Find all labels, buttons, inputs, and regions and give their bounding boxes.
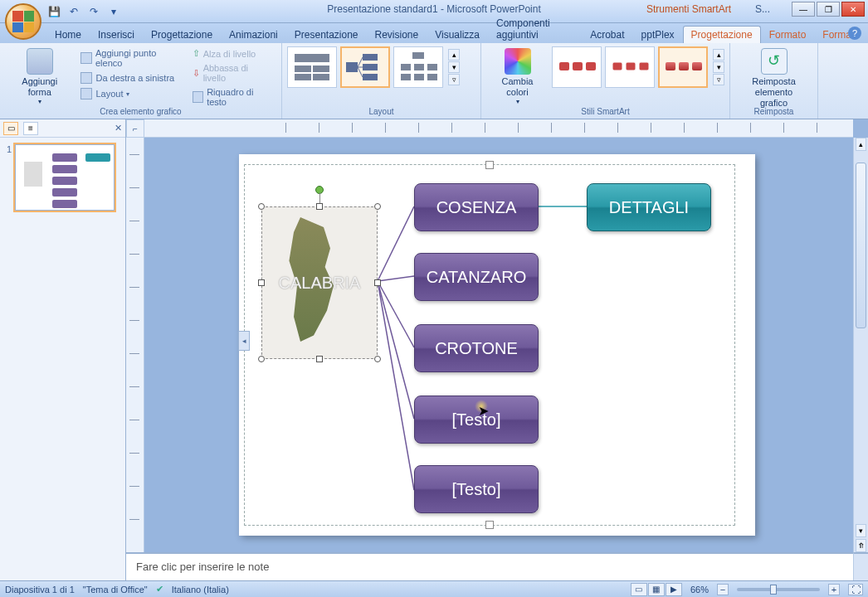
style-down-icon[interactable]: ▾ <box>713 61 724 73</box>
tab-smartart-formato[interactable]: Formato <box>761 26 815 43</box>
layout3-icon <box>397 51 439 84</box>
smartart-container[interactable]: ◂ <box>244 164 735 526</box>
prev-slide-icon[interactable]: ⤊ <box>856 539 866 552</box>
vertical-scrollbar[interactable]: ▴ ▾ ⤊ ⤋ <box>853 138 868 580</box>
resize-handle[interactable] <box>258 203 265 210</box>
layout-button[interactable]: Layout▾ <box>77 86 185 101</box>
smartart-child-catanzaro[interactable]: CATANZARO <box>414 253 539 301</box>
qat-more-icon[interactable]: ▾ <box>106 4 121 19</box>
maximize-button[interactable]: ❐ <box>817 2 840 17</box>
style-more-icon[interactable]: ▿ <box>713 74 724 85</box>
layout-up-icon[interactable]: ▴ <box>448 49 460 61</box>
slideshow-view-button[interactable]: ▶ <box>666 583 682 596</box>
minimize-button[interactable]: — <box>792 2 815 17</box>
thumbnail-image[interactable] <box>15 144 115 211</box>
tab-presentazione[interactable]: Presentazione <box>286 26 367 43</box>
resize-handle[interactable] <box>374 203 381 210</box>
zoom-slider[interactable] <box>737 588 820 591</box>
root-label[interactable]: CALABRIA <box>279 274 361 293</box>
layout-down-icon[interactable]: ▾ <box>448 61 460 73</box>
layout-option-2[interactable] <box>340 46 390 88</box>
tab-visualizza[interactable]: Visualizza <box>427 26 488 43</box>
save-icon[interactable]: 💾 <box>46 4 61 19</box>
layout-option-3[interactable] <box>393 46 443 88</box>
scroll-up-icon[interactable]: ▴ <box>856 138 866 151</box>
style-option-3[interactable] <box>658 46 708 88</box>
outline-tab[interactable]: ≡ <box>23 122 38 135</box>
office-button[interactable] <box>5 3 41 40</box>
truncated-label: S... <box>755 3 770 15</box>
tab-home[interactable]: Home <box>46 26 90 43</box>
smartart-child-crotone[interactable]: CROTONE <box>414 324 539 372</box>
tab-inserisci[interactable]: Inserisci <box>90 26 143 43</box>
svg-rect-8 <box>363 74 378 80</box>
fit-window-button[interactable]: ⛶ <box>848 584 863 595</box>
reset-label: Reimposta elemento grafico <box>740 76 807 109</box>
resize-handle[interactable] <box>258 279 265 286</box>
smartart-child-cosenza[interactable]: COSENZA <box>414 183 539 231</box>
tab-smartart-progettazione[interactable]: Progettazione <box>683 26 761 43</box>
slide-canvas[interactable]: ◂ <box>239 154 755 536</box>
resize-handle[interactable] <box>316 203 323 210</box>
text-pane-toggle[interactable]: ◂ <box>238 331 250 351</box>
svg-rect-3 <box>295 74 311 80</box>
svg-rect-17 <box>414 74 424 80</box>
tab-animazioni[interactable]: Animazioni <box>221 26 286 43</box>
notes-scrollbar[interactable] <box>853 552 868 580</box>
close-button[interactable]: ✕ <box>841 2 865 17</box>
rtl-button[interactable]: Da destra a sinistra <box>77 70 185 85</box>
resize-handle[interactable] <box>374 279 381 286</box>
smartart-child-testo-1[interactable]: [Testo] <box>414 396 539 444</box>
change-colors-button[interactable]: Cambia colori ▾ <box>486 46 549 108</box>
notes-pane[interactable]: Fare clic per inserire le note <box>126 552 853 580</box>
smartart-child-testo-2[interactable]: [Testo] <box>414 465 539 513</box>
add-bullet-button[interactable]: Aggiungi punto elenco <box>77 46 185 70</box>
undo-icon[interactable]: ↶ <box>66 4 81 19</box>
redo-icon[interactable]: ↷ <box>86 4 101 19</box>
scroll-down-icon[interactable]: ▾ <box>856 524 866 537</box>
resize-handle[interactable] <box>258 356 265 362</box>
tab-acrobat[interactable]: Acrobat <box>582 26 632 43</box>
svg-rect-12 <box>412 52 424 59</box>
style-up-icon[interactable]: ▴ <box>713 49 724 61</box>
reset-button[interactable]: ↺ Reimposta elemento grafico <box>735 46 812 111</box>
promote-button[interactable]: ⇧Alza di livello <box>189 46 276 61</box>
zoom-in-button[interactable]: + <box>828 584 840 595</box>
smartart-root-node[interactable]: CALABRIA <box>261 206 378 359</box>
tab-revisione[interactable]: Revisione <box>367 26 427 43</box>
slide-panel: ▭ ≡ ✕ 1 <box>0 119 126 580</box>
text-pane-icon <box>193 91 204 103</box>
zoom-out-button[interactable]: − <box>717 584 729 595</box>
add-shape-button[interactable]: Aggiungi forma ▾ <box>5 46 74 108</box>
language-label[interactable]: Italiano (Italia) <box>172 585 229 595</box>
vertical-ruler[interactable] <box>126 138 144 580</box>
help-icon[interactable]: ? <box>848 27 861 40</box>
tab-progettazione[interactable]: Progettazione <box>143 26 221 43</box>
panel-close-icon[interactable]: ✕ <box>115 123 122 133</box>
sorter-view-button[interactable]: ▦ <box>648 583 665 596</box>
scrollbar-thumb[interactable] <box>856 163 866 328</box>
smartart-detail-node[interactable]: DETTAGLI <box>587 183 711 231</box>
resize-handle[interactable] <box>374 356 381 362</box>
resize-handle[interactable] <box>316 356 323 362</box>
layout-more-icon[interactable]: ▿ <box>448 74 460 85</box>
demote-button[interactable]: ⇩Abbassa di livello <box>189 61 276 85</box>
add-shape-icon <box>27 48 53 75</box>
zoom-knob[interactable] <box>770 585 777 595</box>
svg-line-9 <box>358 57 363 67</box>
slide-thumbnail-1[interactable]: 1 <box>7 144 119 211</box>
style-option-2[interactable] <box>605 46 655 88</box>
spellcheck-icon[interactable]: ✔ <box>156 584 163 595</box>
svg-rect-13 <box>401 64 411 70</box>
slides-tab[interactable]: ▭ <box>3 122 18 135</box>
tab-componenti[interactable]: Componenti aggiuntivi <box>488 14 582 43</box>
layout-option-1[interactable] <box>287 46 337 88</box>
zoom-percent[interactable]: 66% <box>690 585 709 595</box>
tab-pptplex[interactable]: pptPlex <box>633 26 683 43</box>
normal-view-button[interactable]: ▭ <box>631 583 647 596</box>
svg-rect-26 <box>679 62 689 70</box>
svg-rect-25 <box>666 62 675 70</box>
horizontal-ruler[interactable] <box>144 119 853 138</box>
style-option-1[interactable] <box>552 46 602 88</box>
slide-editor: ⌐ ◂ <box>126 119 868 580</box>
